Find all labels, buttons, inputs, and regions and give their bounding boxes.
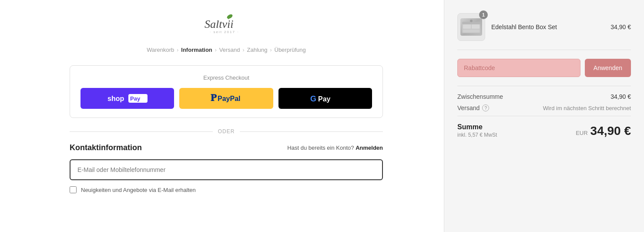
product-name: Edelstahl Bento Box Set [491,24,604,30]
product-image [460,18,482,36]
email-input-wrap [70,159,383,180]
breadcrumb-sep-3: › [243,47,245,53]
breadcrumb-warenkorb[interactable]: Warenkorb [147,47,174,53]
left-panel: Saltvii · seit 2017 · Warenkorb › Inform… [0,0,444,232]
product-image-wrap: 1 [457,13,485,41]
total-tax: inkl. 5,57 € MwSt [457,132,497,138]
total-currency: EUR [576,130,587,136]
express-checkout-box: Express Checkout shop Pay 𝐏 PayPal [70,65,383,118]
newsletter-checkbox[interactable] [70,186,77,193]
shipping-info-icon[interactable]: ? [482,104,489,111]
summary-section: Zwischensumme 34,90 € Versand ? Wird im … [457,86,631,138]
total-row: Summe inkl. 5,57 € MwSt EUR 34,90 € [457,116,631,138]
newsletter-row: Neuigkeiten und Angebote via E-Mail erha… [70,186,383,193]
total-right: EUR 34,90 € [576,124,631,138]
or-divider: ODER [70,128,383,134]
total-label: Summe [457,123,497,131]
svg-text:Saltvii: Saltvii [205,18,233,30]
discount-row: Anwenden [457,59,631,77]
svg-text:· seit 2017 ·: · seit 2017 · [210,30,239,34]
contact-login-text: Hast du bereits ein Konto? Anmelden [287,145,383,151]
product-row: 1 Edelstahl Bento Box Set 34,90 € [457,13,631,50]
right-panel: 1 Edelstahl Bento Box Set 34,90 € Anwend… [444,0,644,232]
product-price: 34,90 € [610,24,631,30]
svg-point-15 [470,20,473,22]
svg-text:shop: shop [107,95,124,102]
paypal-button[interactable]: 𝐏 PayPal [179,88,273,109]
breadcrumb-sep-4: › [270,47,272,53]
svg-text:Pay: Pay [318,95,331,103]
contact-header: Kontaktinformation Hast du bereits ein K… [70,143,383,152]
shipping-value: Wird im nächsten Schritt berechnet [543,105,631,111]
logo: Saltvii · seit 2017 · [200,13,252,36]
breadcrumb-sep-2: › [215,47,217,53]
svg-text:𝐏: 𝐏 [211,92,217,103]
svg-text:Pay: Pay [130,95,141,102]
total-amount: 34,90 € [590,124,631,138]
breadcrumb: Warenkorb › Information › Versand › Zahl… [70,47,383,53]
gpay-button[interactable]: G Pay [278,88,372,109]
breadcrumb-zahlung[interactable]: Zahlung [247,47,268,53]
breadcrumb-sep-1: › [177,47,178,53]
product-quantity-badge: 1 [479,10,488,19]
discount-apply-button[interactable]: Anwenden [585,59,631,77]
breadcrumb-information[interactable]: Information [181,47,212,53]
shipping-row: Versand ? Wird im nächsten Schritt berec… [457,104,631,111]
subtotal-row: Zwischensumme 34,90 € [457,93,631,100]
contact-title: Kontaktinformation [70,143,142,152]
svg-text:PayPal: PayPal [218,95,240,102]
shipping-label: Versand ? [457,104,489,111]
form-area: Express Checkout shop Pay 𝐏 PayPal [70,65,383,193]
email-input[interactable] [77,166,375,173]
svg-text:G: G [310,94,316,103]
svg-rect-13 [463,30,480,32]
subtotal-value: 34,90 € [610,93,631,100]
or-label: ODER [218,128,235,134]
login-link[interactable]: Anmelden [356,145,383,151]
shoppay-button[interactable]: shop Pay [80,88,174,109]
subtotal-label: Zwischensumme [457,93,503,100]
discount-input[interactable] [457,59,580,77]
express-checkout-title: Express Checkout [80,74,372,81]
breadcrumb-versand[interactable]: Versand [219,47,240,53]
product-info: Edelstahl Bento Box Set [491,24,604,30]
total-left: Summe inkl. 5,57 € MwSt [457,123,497,138]
breadcrumb-ueberpruefung[interactable]: Überprüfung [275,47,306,53]
express-buttons: shop Pay 𝐏 PayPal G Pay [80,88,372,109]
newsletter-label: Neuigkeiten und Angebote via E-Mail erha… [81,187,196,193]
